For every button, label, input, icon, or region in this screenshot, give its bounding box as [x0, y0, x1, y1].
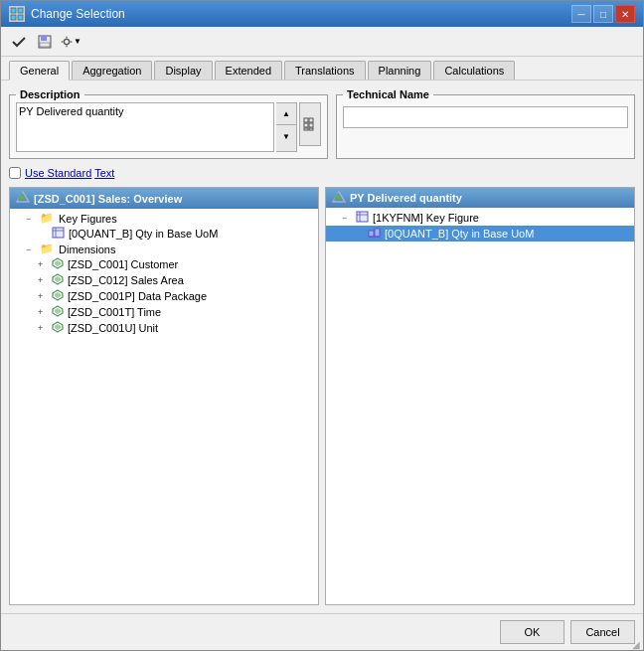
tab-general[interactable]: General [9, 61, 70, 81]
cancel-button[interactable]: Cancel [570, 620, 635, 644]
folder-icon: 📁 [40, 243, 54, 255]
left-tree-header-icon [16, 191, 30, 206]
tab-aggregation[interactable]: Aggregation [72, 61, 152, 80]
svg-marker-30 [55, 308, 61, 314]
svg-marker-26 [55, 276, 61, 282]
svg-rect-5 [41, 36, 47, 41]
svg-rect-16 [304, 128, 308, 130]
title-bar-buttons: ─ □ ✕ [571, 5, 635, 23]
left-tree-title: [ZSD_C001] Sales: Overview [34, 193, 182, 205]
item-label: [0QUANT_B] Qty in Base UoM [69, 228, 218, 240]
left-tree-header: [ZSD_C001] Sales: Overview [10, 188, 318, 209]
list-item[interactable]: + [ZSD_C001P] Data Package [10, 288, 318, 304]
list-item[interactable]: [0QUANT_B] Qty in Base UoM [10, 226, 318, 242]
maximize-button[interactable]: □ [593, 5, 613, 23]
ok-button[interactable]: OK [500, 620, 564, 644]
kf-icon [356, 211, 369, 225]
dim-icon [52, 257, 64, 271]
left-tree-panel: [ZSD_C001] Sales: Overview − 📁 Key Figur… [9, 187, 319, 605]
list-item[interactable]: + [ZSD_C001] Customer [10, 256, 318, 272]
expand-icon: + [38, 291, 48, 301]
desc-scroll-down-button[interactable]: ▼ [276, 125, 296, 147]
title-bar: Change Selection ─ □ ✕ [1, 1, 643, 27]
description-legend: Description [16, 88, 84, 100]
right-tree-panel: PY Delivered quantity − [1KYF [325, 187, 635, 605]
item-label: Key Figures [59, 213, 117, 225]
right-tree-header-icon [332, 191, 346, 205]
svg-rect-1 [18, 8, 23, 13]
dim-icon [52, 305, 64, 319]
right-tree-header: PY Delivered quantity [326, 188, 634, 208]
tabs-bar: General Aggregation Display Extended Tra… [1, 57, 643, 81]
right-tree-title: PY Delivered quantity [350, 192, 462, 204]
window-title: Change Selection [31, 7, 125, 21]
svg-rect-6 [40, 43, 50, 47]
svg-marker-24 [55, 260, 61, 266]
svg-rect-3 [18, 15, 23, 20]
list-item[interactable]: [0QUANT_B] Qty in Base UoM [326, 226, 634, 242]
item-label: [1KYFNM] Key Figure [373, 212, 479, 224]
main-window: Change Selection ─ □ ✕ [0, 0, 644, 651]
svg-rect-0 [11, 8, 16, 13]
toolbar: ▼ [1, 27, 643, 57]
tab-calculations[interactable]: Calculations [433, 61, 515, 80]
item-label: [ZSD_C001U] Unit [68, 322, 158, 334]
item-label: Dimensions [59, 244, 115, 255]
list-item[interactable]: + [ZSD_C012] Sales Area [10, 272, 318, 288]
kf2-icon [368, 227, 381, 241]
tab-display[interactable]: Display [154, 61, 212, 80]
dim-icon [52, 289, 64, 303]
dim-icon [52, 273, 64, 287]
expand-icon: − [26, 214, 36, 224]
expand-icon: − [342, 213, 352, 223]
list-item[interactable]: − [1KYFNM] Key Figure [326, 210, 634, 226]
save-button[interactable] [33, 31, 57, 53]
kf-icon [52, 227, 65, 241]
folder-icon: 📁 [40, 212, 54, 225]
content-area: Description ▲ ▼ [1, 81, 643, 613]
item-label: [0QUANT_B] Qty in Base UoM [385, 228, 534, 240]
item-label: [ZSD_C012] Sales Area [68, 274, 184, 286]
text-link[interactable]: Text [94, 167, 114, 179]
dim-icon [52, 321, 64, 335]
item-label: [ZSD_C001T] Time [68, 306, 161, 318]
description-fieldset: Description ▲ ▼ [9, 88, 328, 159]
svg-rect-35 [357, 212, 368, 222]
use-standard-checkbox[interactable] [9, 167, 21, 179]
settings-dropdown-button[interactable]: ▼ [59, 31, 82, 53]
list-item[interactable]: − 📁 Key Figures [10, 211, 318, 226]
left-tree-body[interactable]: − 📁 Key Figures [10, 209, 318, 604]
right-tree-body[interactable]: − [1KYFNM] Key Figure [326, 208, 634, 604]
svg-rect-17 [309, 128, 313, 130]
minimize-button[interactable]: ─ [571, 5, 591, 23]
tab-planning[interactable]: Planning [368, 61, 432, 80]
svg-rect-13 [309, 118, 313, 122]
expand-icon: − [26, 244, 36, 254]
resize-handle[interactable]: ◢ [632, 639, 644, 651]
checkmark-button[interactable] [7, 31, 31, 53]
window-icon [9, 6, 25, 22]
desc-grid-button[interactable] [299, 102, 321, 146]
use-standard-text-row: Use Standard Text [9, 165, 635, 181]
technical-fieldset: Technical Name [336, 88, 635, 159]
expand-icon: + [38, 259, 48, 269]
description-textarea[interactable] [16, 102, 274, 152]
close-button[interactable]: ✕ [615, 5, 635, 23]
use-standard-label: Use Standard Text [25, 167, 114, 179]
list-item[interactable]: + [ZSD_C001T] Time [10, 304, 318, 320]
technical-name-input[interactable] [343, 106, 628, 128]
item-label: [ZSD_C001P] Data Package [68, 290, 207, 302]
item-label: [ZSD_C001] Customer [68, 258, 178, 270]
tab-translations[interactable]: Translations [284, 61, 366, 80]
tab-extended[interactable]: Extended [215, 61, 282, 80]
expand-icon [354, 229, 364, 239]
expand-icon: + [38, 307, 48, 317]
expand-icon: + [38, 275, 48, 285]
list-item[interactable]: + [ZSD_C001U] Unit [10, 320, 318, 336]
list-item[interactable]: − 📁 Dimensions [10, 242, 318, 256]
trees-section: [ZSD_C001] Sales: Overview − 📁 Key Figur… [9, 187, 635, 605]
desc-scroll-up-button[interactable]: ▲ [276, 103, 296, 125]
title-bar-left: Change Selection [9, 6, 125, 22]
svg-rect-20 [53, 228, 64, 238]
svg-point-7 [64, 39, 69, 44]
